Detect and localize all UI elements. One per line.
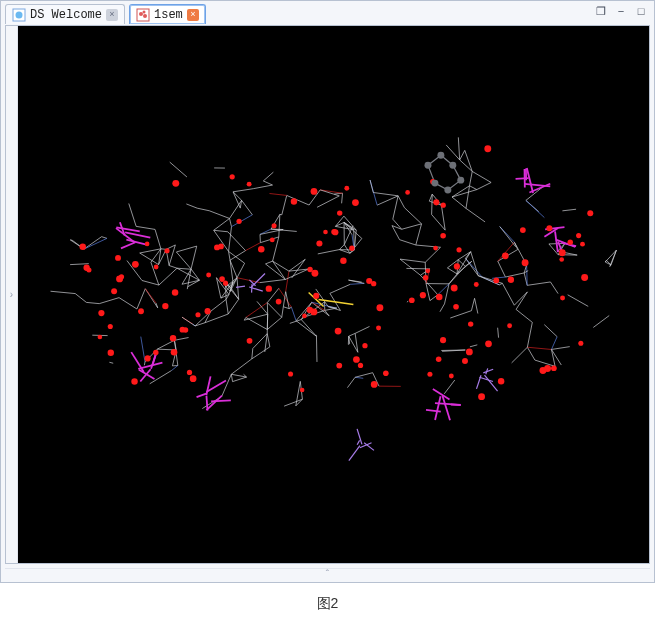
svg-point-434	[335, 328, 342, 335]
svg-line-136	[316, 336, 317, 362]
svg-point-535	[340, 258, 346, 264]
svg-point-4	[143, 14, 147, 18]
svg-line-336	[452, 186, 470, 197]
svg-line-305	[452, 190, 477, 197]
svg-point-496	[366, 278, 372, 284]
svg-point-525	[98, 310, 104, 316]
svg-point-421	[508, 276, 514, 282]
svg-line-21	[144, 362, 145, 365]
svg-line-376	[125, 232, 150, 237]
svg-line-36	[291, 307, 296, 321]
svg-point-501	[258, 246, 265, 253]
svg-point-543	[457, 177, 464, 184]
svg-point-425	[162, 303, 168, 309]
svg-line-106	[159, 268, 177, 285]
svg-line-20	[182, 280, 199, 284]
svg-point-432	[206, 272, 211, 277]
svg-line-191	[231, 287, 239, 299]
svg-line-309	[445, 284, 449, 304]
svg-line-201	[174, 338, 188, 341]
bottom-gutter-expand[interactable]: ˆ	[5, 568, 650, 580]
svg-line-50	[140, 253, 159, 265]
minimize-button[interactable]: −	[614, 4, 628, 18]
svg-line-93	[197, 208, 209, 211]
svg-line-298	[339, 245, 344, 250]
svg-line-226	[330, 284, 350, 293]
svg-line-169	[292, 259, 306, 278]
svg-point-440	[138, 308, 144, 314]
svg-point-447	[311, 188, 318, 195]
svg-line-48	[99, 298, 119, 304]
svg-line-294	[317, 196, 339, 207]
svg-point-518	[409, 297, 415, 303]
svg-point-427	[580, 242, 585, 247]
svg-line-152	[230, 218, 232, 226]
svg-point-515	[587, 210, 593, 216]
svg-point-439	[420, 292, 426, 298]
svg-line-127	[260, 230, 283, 235]
svg-line-358	[347, 377, 355, 387]
svg-point-485	[323, 230, 328, 235]
svg-point-487	[376, 304, 383, 311]
svg-line-22	[279, 288, 292, 307]
tab-close-icon[interactable]: ×	[187, 9, 199, 21]
svg-point-428	[405, 190, 410, 195]
svg-line-41	[214, 230, 228, 231]
svg-line-171	[273, 261, 286, 279]
svg-line-166	[176, 252, 191, 269]
svg-line-351	[320, 190, 339, 196]
svg-point-470	[183, 327, 188, 332]
svg-point-516	[291, 198, 297, 204]
svg-line-295	[512, 347, 528, 363]
svg-line-99	[286, 271, 289, 291]
svg-line-56	[142, 280, 159, 285]
svg-point-498	[352, 199, 359, 206]
svg-line-335	[568, 295, 589, 307]
svg-line-253	[426, 284, 430, 301]
svg-line-273	[284, 307, 290, 309]
svg-line-326	[470, 171, 473, 185]
svg-line-154	[141, 337, 145, 362]
svg-line-241	[344, 222, 362, 238]
svg-line-144	[284, 399, 302, 406]
svg-line-105	[177, 268, 199, 280]
tab-ds-welcome[interactable]: DS Welcome ×	[5, 4, 125, 24]
svg-line-124	[188, 280, 200, 287]
svg-line-315	[432, 194, 433, 214]
svg-line-8	[102, 237, 107, 239]
tabs: DS Welcome × 1sem ×	[5, 4, 206, 24]
svg-line-402	[357, 429, 362, 444]
editor-area: DS Welcome × 1sem × ❐ − □ ›	[0, 0, 655, 583]
svg-line-394	[197, 394, 207, 398]
svg-line-233	[460, 150, 465, 160]
svg-point-527	[502, 253, 509, 260]
left-gutter-expand[interactable]: ›	[6, 26, 18, 563]
svg-line-279	[458, 252, 471, 260]
tab-close-icon[interactable]: ×	[106, 9, 118, 21]
svg-line-293	[472, 171, 491, 182]
svg-line-122	[226, 299, 228, 314]
svg-point-461	[493, 278, 499, 284]
svg-point-529	[449, 374, 454, 379]
maximize-button[interactable]: □	[634, 4, 648, 18]
svg-point-490	[468, 321, 473, 326]
svg-point-460	[172, 180, 179, 187]
svg-line-125	[231, 359, 251, 374]
tab-1sem[interactable]: 1sem ×	[129, 4, 206, 24]
svg-point-431	[195, 312, 200, 317]
svg-point-437	[80, 243, 86, 249]
restore-button[interactable]: ❐	[594, 4, 608, 18]
svg-line-149	[209, 211, 229, 219]
svg-line-49	[140, 249, 161, 253]
svg-point-459	[236, 219, 241, 224]
svg-point-5	[143, 10, 146, 13]
svg-line-53	[237, 263, 245, 277]
svg-line-334	[526, 187, 543, 200]
svg-line-13	[244, 314, 267, 320]
svg-point-524	[453, 304, 459, 310]
svg-line-29	[84, 238, 107, 249]
editor-content: ›	[5, 25, 650, 564]
svg-point-541	[437, 152, 444, 159]
molecule-3d-viewer[interactable]	[18, 26, 649, 563]
svg-line-325	[416, 224, 422, 245]
